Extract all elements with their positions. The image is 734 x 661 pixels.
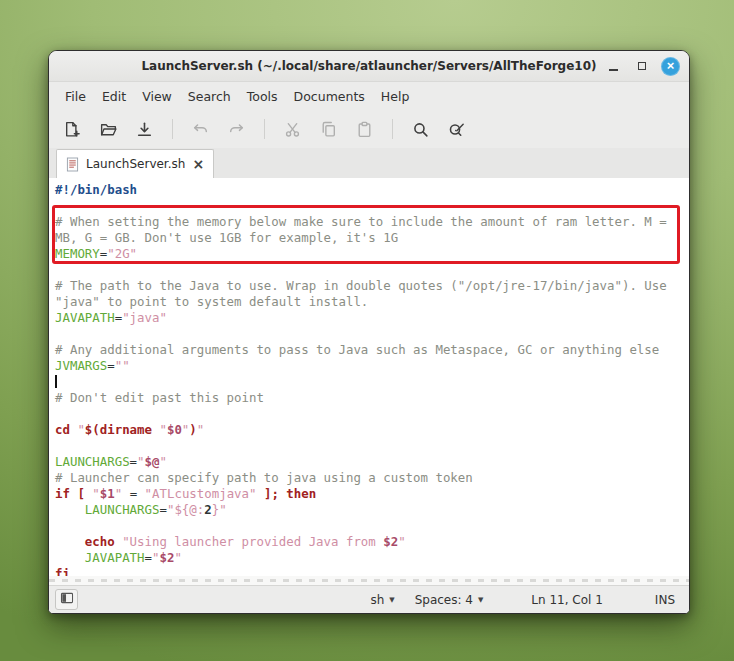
search-icon (411, 120, 430, 139)
menu-item-search[interactable]: Search (180, 85, 239, 108)
code-line: # Launcher can specify path to java usin… (55, 470, 689, 486)
menu-item-view[interactable]: View (134, 85, 180, 108)
code-line: echo "Using launcher provided Java from … (55, 534, 689, 550)
side-panel-toggle-button[interactable] (55, 589, 78, 610)
save-button[interactable] (131, 116, 158, 143)
window-title: LaunchServer.sh (~/.local/share/atlaunch… (49, 59, 689, 73)
status-bar-right: sh ▼ Spaces: 4 ▼ Ln 11, Col 1 INS (370, 593, 675, 607)
toolbar-separator (392, 119, 393, 139)
code-line: # Don't edit past this point (55, 390, 689, 406)
tab-label: LaunchServer.sh (86, 157, 185, 171)
redo-button (223, 116, 250, 143)
code-line: JAVAPATH="java" (55, 310, 689, 326)
code-line (55, 406, 689, 422)
menubar: FileEditViewSearchToolsDocumentsHelp (49, 82, 689, 110)
code-line: #!/bin/bash (55, 182, 689, 198)
tab-bar: LaunchServer.sh × (49, 148, 689, 178)
status-bar: sh ▼ Spaces: 4 ▼ Ln 11, Col 1 INS (49, 585, 689, 613)
tab-close-icon[interactable]: × (192, 157, 204, 171)
toolbar-separator (172, 119, 173, 139)
code-line: # Any additional arguments to pass to Ja… (55, 342, 689, 358)
undo-icon (191, 120, 210, 139)
code-line (55, 198, 689, 214)
insert-mode-indicator: INS (655, 593, 675, 607)
window-controls: × (603, 56, 689, 76)
close-icon: × (667, 59, 675, 72)
minimize-icon (609, 69, 618, 71)
copy-button (315, 116, 342, 143)
toolbar-separator (264, 119, 265, 139)
code-line: # When setting the memory below make sur… (55, 214, 689, 230)
tab-width-label: Spaces: 4 (415, 593, 473, 607)
titlebar[interactable]: LaunchServer.sh (~/.local/share/atlaunch… (49, 51, 689, 82)
horizontal-scrollbar[interactable] (49, 576, 689, 585)
code-line: JAVAPATH="$2" (55, 550, 689, 566)
search-button[interactable] (407, 116, 434, 143)
open-folder-icon (99, 120, 118, 139)
new-file-button[interactable] (59, 116, 86, 143)
code-lines: #!/bin/bash# When setting the memory bel… (55, 182, 689, 576)
toolbar (49, 110, 689, 148)
code-line: # The path to the Java to use. Wrap in d… (55, 278, 689, 294)
code-line: JVMARGS="" (55, 358, 689, 374)
menu-item-edit[interactable]: Edit (94, 85, 134, 108)
code-line: "java" to point to system default instal… (55, 294, 689, 310)
code-line (55, 262, 689, 278)
code-line: MB, G = GB. Don't use 1GB for example, i… (55, 230, 689, 246)
cut-button (279, 116, 306, 143)
menu-item-tools[interactable]: Tools (239, 85, 286, 108)
menu-item-file[interactable]: File (57, 85, 94, 108)
open-folder-button[interactable] (95, 116, 122, 143)
code-line (55, 518, 689, 534)
code-line: cd "$(dirname "$0")" (55, 422, 689, 438)
side-panel-icon (59, 590, 75, 609)
cursor-position: Ln 11, Col 1 (531, 593, 603, 607)
copy-icon (319, 120, 338, 139)
code-line: LAUNCHARGS="${@:2}" (55, 502, 689, 518)
search-replace-button[interactable] (443, 116, 470, 143)
close-button[interactable]: × (661, 57, 680, 76)
undo-button (187, 116, 214, 143)
language-selector[interactable]: sh ▼ (370, 593, 394, 607)
code-line (55, 326, 689, 342)
cut-icon (283, 120, 302, 139)
minimize-button[interactable] (603, 56, 623, 76)
code-editor[interactable]: #!/bin/bash# When setting the memory bel… (49, 178, 689, 576)
paste-icon (355, 120, 374, 139)
maximize-button[interactable] (632, 56, 652, 76)
save-icon (135, 120, 154, 139)
document-icon (66, 157, 79, 172)
language-label: sh (370, 593, 384, 607)
text-cursor (55, 375, 57, 388)
code-line: if [ "$1" = "ATLcustomjava" ]; then (55, 486, 689, 502)
new-file-icon (63, 120, 82, 139)
code-line: MEMORY="2G" (55, 246, 689, 262)
chevron-down-icon: ▼ (478, 596, 483, 604)
code-line (55, 374, 689, 390)
paste-button (351, 116, 378, 143)
menu-item-help[interactable]: Help (373, 85, 418, 108)
code-line: LAUNCHARGS="$@" (55, 454, 689, 470)
maximize-icon (638, 62, 646, 70)
code-line: fi (55, 566, 689, 576)
search-replace-icon (447, 120, 466, 139)
chevron-down-icon: ▼ (389, 596, 394, 604)
editor-window: LaunchServer.sh (~/.local/share/atlaunch… (48, 50, 690, 614)
code-line (55, 438, 689, 454)
tab-width-selector[interactable]: Spaces: 4 ▼ (415, 593, 484, 607)
menu-item-documents[interactable]: Documents (286, 85, 373, 108)
redo-icon (227, 120, 246, 139)
tab-launchserver[interactable]: LaunchServer.sh × (56, 149, 214, 178)
